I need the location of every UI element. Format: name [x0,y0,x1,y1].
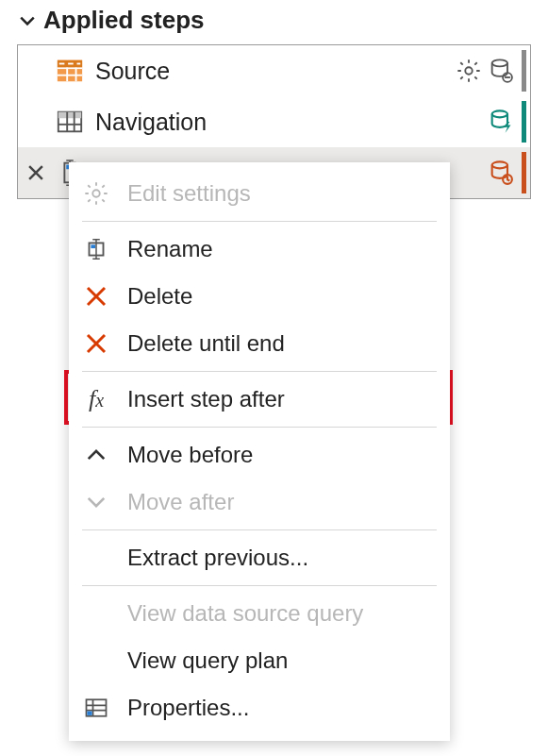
page-title: Applied steps [43,6,204,35]
step-accent-bar [522,101,526,143]
svg-rect-15 [58,112,81,119]
step-row-source[interactable]: Source [18,45,530,96]
svg-point-19 [492,110,507,117]
svg-rect-2 [58,67,82,69]
step-actions [488,101,530,143]
menu-edit-settings: Edit settings [69,170,450,199]
menu-label: Edit settings [127,180,251,199]
step-accent-bar [522,50,526,92]
svg-rect-9 [68,63,74,65]
chevron-down-icon [19,12,36,29]
svg-point-24 [92,190,99,196]
svg-rect-3 [58,75,82,76]
step-label: Navigation [95,109,488,136]
svg-rect-8 [59,63,65,65]
step-accent-bar [522,152,526,193]
step-actions [488,152,530,193]
svg-rect-10 [77,63,81,65]
step-label: Source [95,58,456,85]
table-icon [56,108,84,136]
database-lightning-icon[interactable] [488,109,514,135]
svg-point-11 [465,67,472,74]
step-actions [456,50,530,92]
svg-point-12 [492,59,507,66]
delete-step-icon[interactable] [25,162,46,183]
applied-steps-header[interactable]: Applied steps [0,0,548,44]
context-menu: Edit settings Rename Delete Delete until… [69,162,450,199]
svg-point-22 [492,161,507,168]
gear-icon[interactable] [456,58,482,84]
gear-icon [82,179,110,199]
source-table-icon [56,57,84,85]
database-minus-icon[interactable] [488,58,514,84]
database-clock-icon[interactable] [488,160,514,186]
step-row-navigation[interactable]: Navigation [18,96,530,147]
